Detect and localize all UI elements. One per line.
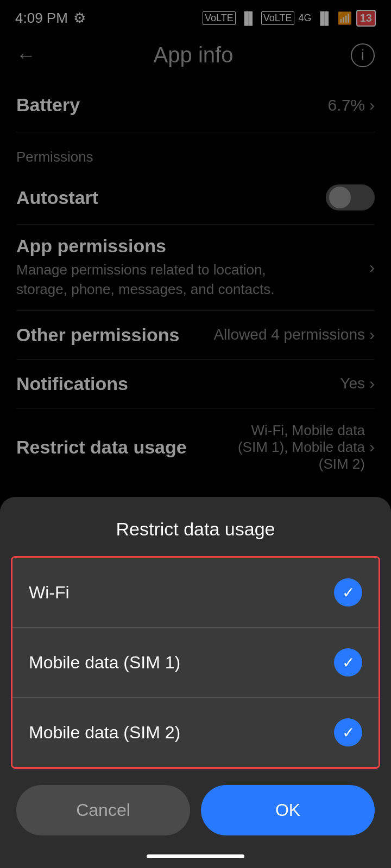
home-indicator [147,854,244,858]
dialog-title: Restrict data usage [0,497,391,556]
cancel-button[interactable]: Cancel [16,785,190,835]
options-container: Wi-Fi ✓ Mobile data (SIM 1) ✓ Mobile dat… [11,556,380,769]
sim2-checkbox[interactable]: ✓ [334,718,362,746]
restrict-data-dialog: Restrict data usage Wi-Fi ✓ Mobile data … [0,497,391,868]
sim2-check-icon: ✓ [342,724,355,742]
sim1-check-icon: ✓ [342,654,355,672]
sim1-checkbox[interactable]: ✓ [334,648,362,676]
dialog-buttons: Cancel OK [0,785,391,835]
sim1-option-row[interactable]: Mobile data (SIM 1) ✓ [12,627,379,697]
ok-button[interactable]: OK [201,785,375,835]
wifi-checkbox[interactable]: ✓ [334,578,362,607]
sim2-option-row[interactable]: Mobile data (SIM 2) ✓ [12,697,379,767]
sim1-option-label: Mobile data (SIM 1) [29,653,180,673]
wifi-check-icon: ✓ [342,584,355,602]
wifi-option-label: Wi-Fi [29,583,70,603]
sim2-option-label: Mobile data (SIM 2) [29,723,180,743]
wifi-option-row[interactable]: Wi-Fi ✓ [12,558,379,627]
